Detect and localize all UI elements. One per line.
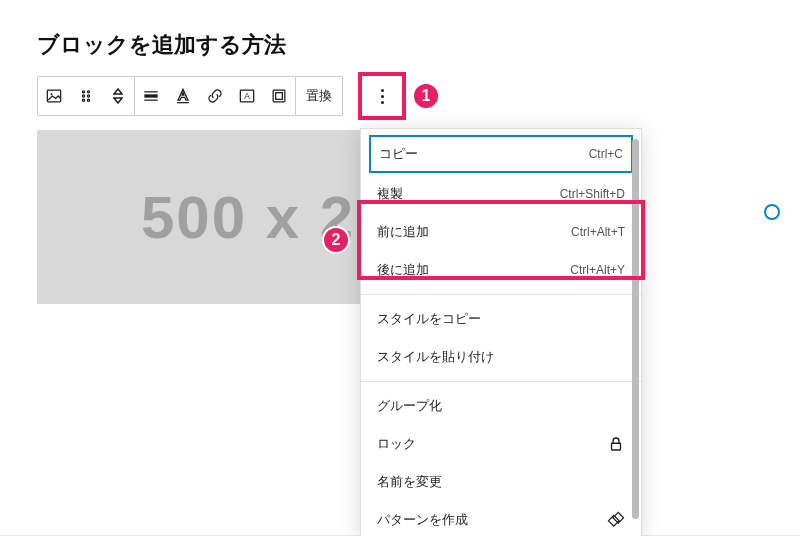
lock-icon xyxy=(607,435,625,453)
more-options-button[interactable] xyxy=(358,72,406,120)
menu-label: 名前を変更 xyxy=(377,473,442,491)
move-up-down-button[interactable] xyxy=(102,77,134,115)
svg-point-1 xyxy=(51,93,53,95)
menu-item-create-pattern[interactable]: パターンを作成 xyxy=(361,501,641,535)
drag-handle-icon[interactable] xyxy=(70,77,102,115)
menu-label: パターンを作成 xyxy=(377,511,468,529)
menu-label: コピー xyxy=(379,145,418,163)
menu-label: グループ化 xyxy=(377,397,442,415)
selection-handle[interactable] xyxy=(764,204,780,220)
svg-rect-15 xyxy=(276,93,283,100)
menu-item-group[interactable]: グループ化 xyxy=(361,387,641,425)
menu-label: 後に追加 xyxy=(377,261,429,279)
page-title: ブロックを追加する方法 xyxy=(0,0,800,60)
menu-shortcut: Ctrl+C xyxy=(589,147,623,161)
menu-shortcut: Ctrl+Shift+D xyxy=(560,187,625,201)
menu-separator xyxy=(361,294,641,295)
block-toolbar: A 置換 xyxy=(37,76,343,116)
more-vertical-icon xyxy=(381,89,384,104)
menu-label: 前に追加 xyxy=(377,223,429,241)
menu-label: スタイルを貼り付け xyxy=(377,348,494,366)
menu-item-rename[interactable]: 名前を変更 xyxy=(361,463,641,501)
crop-button[interactable] xyxy=(263,77,295,115)
svg-point-5 xyxy=(87,95,89,97)
annotation-badge-1: 1 xyxy=(412,82,440,110)
svg-point-7 xyxy=(87,99,89,101)
menu-item-paste-style[interactable]: スタイルを貼り付け xyxy=(361,338,641,376)
menu-item-copy-style[interactable]: スタイルをコピー xyxy=(361,300,641,338)
svg-point-2 xyxy=(82,91,84,93)
menu-scrollbar[interactable] xyxy=(632,139,639,519)
align-button[interactable] xyxy=(135,77,167,115)
svg-rect-14 xyxy=(273,90,285,102)
link-button[interactable] xyxy=(199,77,231,115)
svg-point-3 xyxy=(87,91,89,93)
block-options-menu: コピー Ctrl+C 複製 Ctrl+Shift+D 前に追加 Ctrl+Alt… xyxy=(360,128,642,536)
menu-shortcut: Ctrl+Alt+T xyxy=(571,225,625,239)
pattern-icon xyxy=(607,511,625,529)
menu-item-lock[interactable]: ロック xyxy=(361,425,641,463)
style-button[interactable] xyxy=(167,77,199,115)
menu-item-insert-after[interactable]: 後に追加 Ctrl+Alt+Y xyxy=(361,251,641,289)
menu-label: ロック xyxy=(377,435,416,453)
menu-label: スタイルをコピー xyxy=(377,310,481,328)
svg-text:A: A xyxy=(244,91,250,101)
replace-button[interactable]: 置換 xyxy=(296,77,342,115)
caption-button[interactable]: A xyxy=(231,77,263,115)
svg-point-4 xyxy=(82,95,84,97)
menu-item-duplicate[interactable]: 複製 Ctrl+Shift+D xyxy=(361,175,641,213)
svg-point-6 xyxy=(82,99,84,101)
menu-item-copy[interactable]: コピー Ctrl+C xyxy=(369,135,633,173)
menu-shortcut: Ctrl+Alt+Y xyxy=(570,263,625,277)
annotation-badge-2: 2 xyxy=(322,226,350,254)
image-block-icon[interactable] xyxy=(38,77,70,115)
svg-rect-16 xyxy=(612,443,621,450)
menu-separator xyxy=(361,381,641,382)
menu-item-insert-before[interactable]: 前に追加 Ctrl+Alt+T xyxy=(361,213,641,251)
menu-label: 複製 xyxy=(377,185,403,203)
